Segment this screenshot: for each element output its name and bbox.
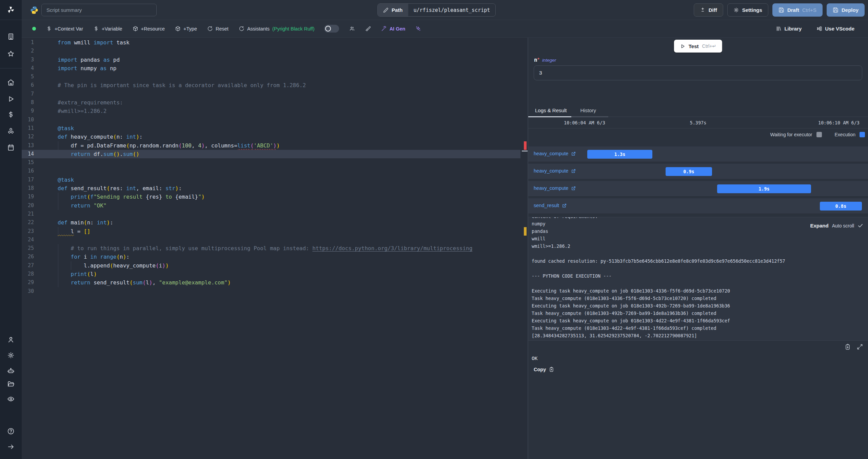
sidebar-item-schedules[interactable] xyxy=(0,141,22,154)
sidebar-item-workspace[interactable] xyxy=(0,30,22,43)
draft-button[interactable]: DraftCtrl+S xyxy=(772,3,823,17)
code-line[interactable]: 8#extra_requirements: xyxy=(22,98,528,107)
script-summary-input[interactable]: Script summary xyxy=(41,4,157,16)
sidebar-item-runs[interactable] xyxy=(0,92,22,106)
line-number: 1 xyxy=(22,38,34,47)
vscode-icon xyxy=(816,26,822,32)
sidebar-item-favorites[interactable] xyxy=(0,47,22,61)
task-link[interactable]: heavy_compute xyxy=(534,151,576,156)
execution-bar[interactable]: 1.3s xyxy=(587,150,652,159)
settings-button[interactable]: Settings xyxy=(727,3,768,17)
sidebar-item-account[interactable] xyxy=(0,333,22,346)
line-number: 22 xyxy=(22,218,34,227)
format-button[interactable] xyxy=(365,26,371,32)
bot-icon xyxy=(7,367,15,374)
code-line[interactable]: 1from wmill import task xyxy=(22,38,528,47)
code-line[interactable]: 27 l.append(heavy_compute(i)) xyxy=(22,261,528,270)
multiplayer-button[interactable] xyxy=(349,26,355,32)
sidebar-item-folders[interactable] xyxy=(0,377,22,391)
library-button[interactable]: Library xyxy=(776,26,802,32)
code-line[interactable]: 29 return send_result(sum(l), "example@e… xyxy=(22,278,528,287)
assistants-button[interactable]: Assistants (Pyright Black Ruff) xyxy=(239,26,315,32)
code-line[interactable]: 24 xyxy=(22,236,528,244)
code-line[interactable]: 23 l = [] xyxy=(22,227,528,236)
ai-sparkles-button[interactable] xyxy=(415,26,421,32)
task-link[interactable]: send_result xyxy=(534,203,567,208)
code-line[interactable]: 2 xyxy=(22,47,528,55)
tab-history[interactable]: History xyxy=(573,104,603,117)
code-line[interactable]: 6# The pin is important since task is a … xyxy=(22,81,528,89)
editor-overview-ruler[interactable] xyxy=(520,38,528,459)
code-editor[interactable]: 1from wmill import task23import pandas a… xyxy=(22,38,528,459)
maximize-icon[interactable] xyxy=(856,343,863,350)
sidebar-item-audit[interactable] xyxy=(0,392,22,406)
execution-bar[interactable]: 0.8s xyxy=(820,202,862,211)
code-line[interactable]: 4import numpy as np xyxy=(22,64,528,73)
code-line[interactable]: 7 xyxy=(22,90,528,98)
code-line[interactable]: 26 for i in range(n): xyxy=(22,253,528,261)
task-link[interactable]: heavy_compute xyxy=(534,185,576,191)
clipboard-icon[interactable] xyxy=(844,343,851,350)
log-output[interactable]: content of requirements: numpy pandas wm… xyxy=(528,217,868,341)
line-number: 10 xyxy=(22,116,34,124)
task-link[interactable]: heavy_compute xyxy=(534,168,576,174)
code-line[interactable]: 17@task xyxy=(22,176,528,184)
sidebar-item-variables[interactable] xyxy=(0,108,22,121)
sidebar-item-settings[interactable] xyxy=(0,348,22,362)
path-edit-button[interactable]: Path xyxy=(378,4,408,16)
copy-result-button[interactable]: Copy xyxy=(534,366,554,372)
add-resource-button[interactable]: +Resource xyxy=(133,26,165,32)
code-line[interactable]: 3import pandas as pd xyxy=(22,56,528,64)
code-line[interactable]: 12def heavy_compute(n: int): xyxy=(22,133,528,141)
sidebar-item-home[interactable] xyxy=(0,76,22,89)
tab-logs-result[interactable]: Logs & Result xyxy=(528,104,573,117)
test-button[interactable]: Test Ctrl+↵ xyxy=(674,40,722,53)
code-line[interactable]: 11@task xyxy=(22,124,528,133)
ai-gen-button[interactable]: AI Gen xyxy=(381,26,406,32)
code-line[interactable]: 10 xyxy=(22,116,528,124)
add-type-button[interactable]: +Type xyxy=(175,26,197,32)
run-start-time: 10:06:04 AM 6/3 xyxy=(564,120,605,125)
line-number: 2 xyxy=(22,47,34,55)
gear-icon xyxy=(733,7,739,13)
autoscroll-label[interactable]: Auto scroll xyxy=(832,223,854,228)
reset-button[interactable]: Reset xyxy=(207,26,229,32)
sidebar-collapse[interactable] xyxy=(0,440,22,454)
expand-logs-button[interactable]: Expand xyxy=(810,223,828,228)
clipboard-icon xyxy=(549,366,554,372)
line-number: 24 xyxy=(22,236,34,244)
add-variable-button[interactable]: +Variable xyxy=(93,26,122,32)
add-context-var-button[interactable]: +Context Var xyxy=(46,26,83,32)
windmill-logo[interactable] xyxy=(0,0,22,20)
code-line[interactable]: 25 # to run things in parallel, simply u… xyxy=(22,244,528,253)
code-line[interactable]: 28 print(l) xyxy=(22,270,528,278)
diff-button[interactable]: Diff xyxy=(694,3,723,17)
code-line[interactable]: 16 xyxy=(22,167,528,175)
code-line[interactable]: 15 xyxy=(22,158,528,167)
task-gantt: heavy_compute1.3sheavy_compute0.9sheavy_… xyxy=(528,146,868,216)
code-line[interactable]: 22def main(n: int): xyxy=(22,218,528,227)
top-bar: Script summary Path u/rfiszel/pleasant_s… xyxy=(22,0,868,20)
sidebar-item-workers[interactable] xyxy=(0,364,22,377)
code-line[interactable]: 20 return "OK" xyxy=(22,201,528,210)
deploy-button[interactable]: Deploy xyxy=(827,3,865,17)
assistants-toggle[interactable] xyxy=(324,25,339,33)
code-line[interactable]: 9#wmill>=1.286.2 xyxy=(22,107,528,115)
execution-bar[interactable]: 0.9s xyxy=(666,167,712,176)
sidebar-item-help[interactable] xyxy=(0,424,22,438)
arg-n-input[interactable]: 3 xyxy=(534,65,862,80)
windmill-script-editor: Script summary Path u/rfiszel/pleasant_s… xyxy=(0,0,868,459)
code-line[interactable]: 18def send_result(res: int, email: str): xyxy=(22,184,528,193)
package-icon xyxy=(133,26,138,32)
legend-execution-swatch xyxy=(860,132,865,137)
sidebar-item-resources[interactable] xyxy=(0,124,22,138)
code-line[interactable]: 30 xyxy=(22,287,528,296)
code-line[interactable]: 5 xyxy=(22,73,528,81)
use-vscode-button[interactable]: Use VScode xyxy=(816,26,854,32)
gear-icon xyxy=(7,352,15,359)
code-line[interactable]: 13 df = pd.DataFrame(np.random.randn(100… xyxy=(22,141,528,150)
code-line[interactable]: 21 xyxy=(22,210,528,218)
execution-bar[interactable]: 1.9s xyxy=(717,184,811,193)
code-line[interactable]: 14 return df.sum().sum() xyxy=(22,150,528,158)
code-line[interactable]: 19 print(f"Sending result {res} to {emai… xyxy=(22,193,528,201)
